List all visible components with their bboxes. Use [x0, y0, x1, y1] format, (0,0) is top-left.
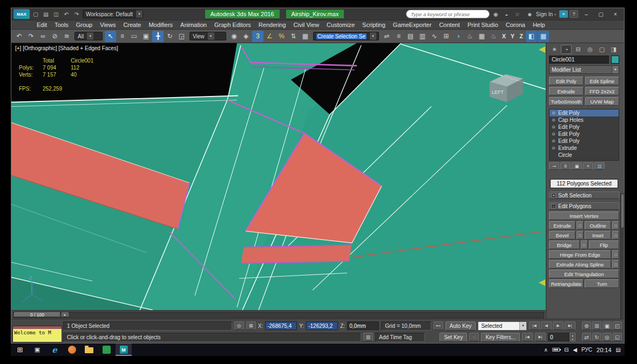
rollout-soft-selection[interactable]: + Soft Selection — [549, 191, 619, 199]
auto-key-button[interactable]: Auto Key — [445, 321, 476, 331]
orbit-button[interactable]: ↻ — [592, 333, 601, 341]
modifier-stack-row[interactable]: ⊙ Edit Poly — [550, 123, 619, 131]
remove-modifier-button[interactable]: × — [583, 162, 593, 170]
turn-button[interactable]: Turn — [585, 279, 619, 288]
keyboard-override-icon[interactable]: ⊷ — [433, 321, 443, 330]
isolate-selection-icon[interactable]: ◎ — [234, 321, 244, 330]
extrude-along-spline-settings-button[interactable]: □ — [612, 260, 619, 269]
language-indicator[interactable]: РУС — [581, 347, 592, 353]
angle-snap-icon[interactable]: ∠ — [264, 31, 275, 42]
modifier-visibility-icon[interactable]: ⊙ — [552, 132, 557, 136]
toolbar-extra-icon-1[interactable]: ◧ — [526, 31, 537, 42]
percent-snap-icon[interactable]: % — [276, 31, 287, 42]
minimize-button[interactable]: – — [580, 9, 593, 19]
save-file-icon[interactable]: ◫ — [52, 10, 60, 18]
maximize-viewport-button[interactable]: ◱ — [613, 333, 622, 341]
taskbar-app-orange-button[interactable] — [64, 344, 80, 356]
make-unique-button[interactable]: ▣ — [572, 162, 582, 170]
menu-item[interactable]: Create — [119, 22, 145, 28]
modifier-visibility-icon[interactable]: ⊙ — [552, 139, 557, 143]
speaker-icon[interactable]: ◀ — [573, 347, 577, 353]
select-and-link-icon[interactable]: ∞ — [37, 31, 49, 42]
modifier-set-button[interactable]: UVW Map — [585, 97, 620, 106]
toolbar-extra-icon-2[interactable]: ▦ — [538, 31, 549, 42]
rendered-frame-icon[interactable]: ▦ — [476, 31, 487, 42]
flip-button[interactable]: Flip — [589, 241, 620, 249]
toggle-scene-explorer-icon[interactable]: ▤ — [405, 31, 416, 42]
zoom-extents-button[interactable]: ▣ — [602, 321, 612, 330]
zoom-button[interactable]: ⊕ — [582, 321, 591, 330]
menu-item[interactable]: Help — [529, 22, 549, 28]
bind-to-space-warp-icon[interactable]: ≋ — [61, 31, 72, 42]
menu-item[interactable]: Edit — [33, 22, 51, 28]
modifier-visibility-icon[interactable]: ⊙ — [552, 111, 557, 115]
window-crossing-icon[interactable]: ▣ — [140, 31, 152, 42]
favorites-star-icon[interactable]: ☆ — [513, 10, 522, 19]
start-button[interactable]: ⊞ — [12, 344, 28, 356]
mirror-icon[interactable]: ⇌ — [381, 31, 392, 42]
unlink-selection-icon[interactable]: ⊘ — [49, 31, 60, 42]
extrude-settings-button[interactable]: □ — [577, 221, 584, 230]
spinner-arrows[interactable]: ▴ ▾ — [570, 333, 575, 341]
modifier-set-button[interactable]: Edit Spline — [585, 77, 620, 85]
menu-item[interactable]: Print Studio — [464, 22, 502, 28]
menu-item[interactable]: GameExporter — [389, 22, 436, 28]
communication-center-icon[interactable]: ◒ — [502, 10, 511, 19]
curve-editor-icon[interactable]: ∿ — [429, 31, 440, 42]
menu-item[interactable]: Views — [96, 22, 119, 28]
motion-tab[interactable]: ◎ — [585, 45, 595, 54]
help-icon[interactable]: ? — [570, 10, 578, 18]
prev-key-button[interactable]: |◀ — [522, 333, 533, 341]
undo-icon[interactable]: ↶ — [13, 31, 25, 42]
reference-coordinate-dropdown[interactable]: View ▼ — [189, 32, 226, 40]
modifier-list-dropdown[interactable]: Modifier List ▼ — [549, 65, 619, 74]
infocenter-search-input[interactable] — [406, 10, 490, 18]
use-pivot-center-icon[interactable]: ◉ — [228, 31, 240, 42]
insert-vertex-button[interactable]: Insert Vertex — [549, 211, 619, 220]
network-icon[interactable]: ⊟ — [564, 347, 568, 353]
set-key-mode-icon[interactable]: ∿ — [469, 333, 479, 341]
z-coordinate-field[interactable]: 0,0mm — [347, 321, 379, 330]
max-logo[interactable]: MAX — [13, 9, 30, 19]
retriangulate-button[interactable]: Retriangulate — [549, 279, 584, 288]
create-tab[interactable]: ∗ — [549, 45, 560, 54]
modifier-visibility-icon[interactable]: ⊙ — [552, 125, 557, 129]
render-setup-icon[interactable]: ♨ — [464, 31, 476, 42]
select-and-manipulate-icon[interactable]: ◈ — [240, 31, 252, 42]
rectangular-selection-icon[interactable]: ▭ — [128, 31, 140, 42]
time-slider-track[interactable]: 0 / 100 ► — [13, 312, 544, 318]
pan-button[interactable]: ⇄ — [582, 333, 591, 341]
time-slider-handle[interactable]: 0 / 100 — [14, 312, 60, 317]
bevel-button[interactable]: Bevel — [549, 231, 575, 239]
goto-start-button[interactable]: |◀ — [529, 321, 540, 330]
inset-button[interactable]: Inset — [585, 231, 611, 239]
prev-frame-button[interactable]: ◀ — [541, 321, 552, 330]
utilities-tab[interactable]: ◨ — [608, 45, 619, 54]
select-and-move-icon[interactable]: ╋ — [152, 31, 164, 42]
menu-item[interactable]: Tools — [51, 22, 72, 28]
outline-button[interactable]: Outline — [585, 221, 611, 230]
edit-triangulation-button[interactable]: Edit Triangulation — [549, 270, 619, 278]
axis-constraint-button[interactable]: Y — [509, 31, 517, 41]
configure-modifier-sets-button[interactable]: ▤ — [594, 162, 605, 170]
spinner-up-icon[interactable]: ▴ — [570, 333, 575, 337]
notification-center-icon[interactable]: ▤ — [616, 347, 621, 353]
zoom-all-button[interactable]: ⊞ — [592, 321, 601, 330]
collapse-icon[interactable]: - — [551, 204, 556, 209]
menu-item[interactable]: Graph Editors — [211, 22, 255, 28]
object-name-field[interactable]: Circle001 — [549, 56, 609, 64]
axis-constraint-button[interactable]: X — [500, 31, 508, 41]
rollout-edit-polygons[interactable]: - Edit Polygons — [549, 202, 619, 210]
binoculars-search-icon[interactable]: ◉ — [491, 10, 500, 19]
bridge-settings-button[interactable]: □ — [581, 241, 588, 249]
spinner-snap-icon[interactable]: ⇅ — [288, 31, 299, 42]
modifier-stack-row[interactable]: ⊙ Edit Poly — [550, 138, 619, 145]
hinge-from-edge-settings-button[interactable]: □ — [612, 250, 619, 259]
expand-icon[interactable]: + — [551, 193, 556, 198]
walkthrough-button[interactable]: ◎ — [602, 333, 612, 341]
modifier-stack-row[interactable]: ⊙ Edit Poly — [550, 109, 619, 116]
selection-filter-dropdown[interactable]: All ▼ — [74, 32, 103, 40]
battery-icon[interactable] — [552, 348, 560, 352]
selection-lock-icon[interactable]: ⊠ — [246, 321, 256, 330]
menu-item[interactable]: Customize — [323, 22, 358, 28]
